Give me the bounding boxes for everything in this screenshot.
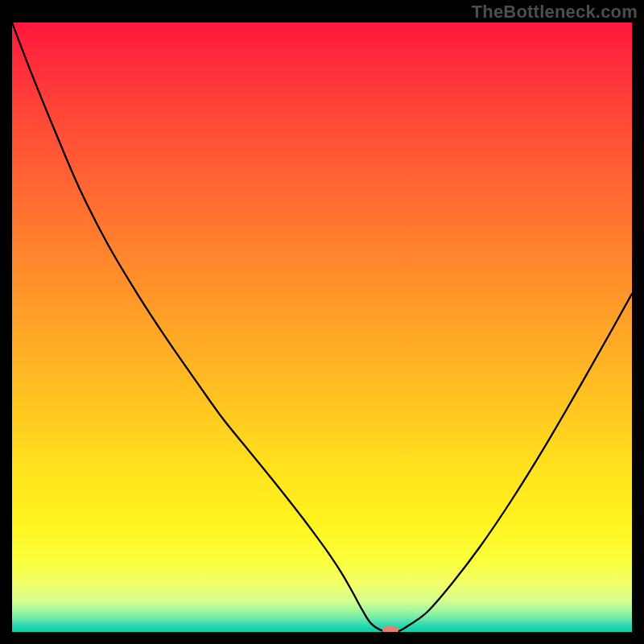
curve-svg	[12, 23, 632, 632]
watermark-text: TheBottleneck.com	[472, 2, 638, 23]
bottleneck-curve	[12, 23, 632, 632]
minimum-marker	[382, 626, 398, 632]
plot-frame	[12, 23, 632, 632]
chart-stage: TheBottleneck.com	[0, 0, 644, 644]
